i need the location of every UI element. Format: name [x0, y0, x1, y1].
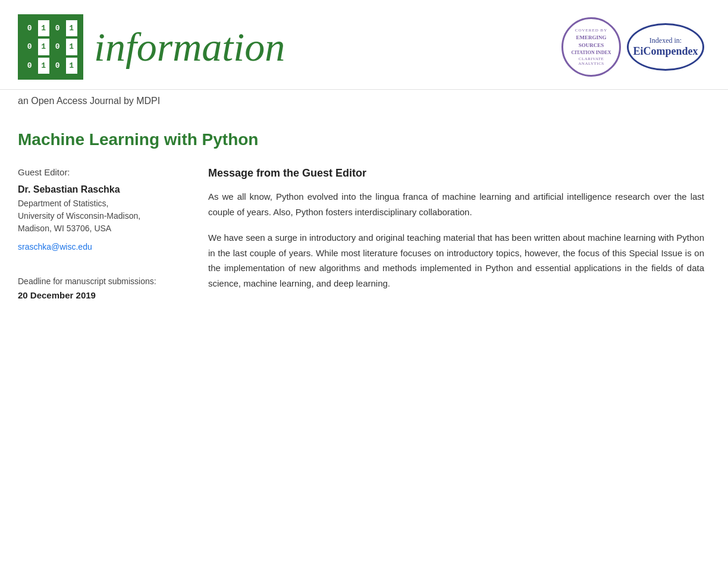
- page-header: 0 1 0 1 0 1 0 1 0 1 0 1 information COVE…: [0, 0, 728, 90]
- message-paragraph-2: We have seen a surge in introductory and…: [208, 230, 704, 291]
- badges-area: COVERED BY EMERGING SOURCES CITATION IND…: [561, 17, 704, 77]
- logo-bit: 0: [52, 20, 64, 36]
- deadline-date: 20 December 2019: [18, 290, 190, 300]
- emerging-sources-badge: COVERED BY EMERGING SOURCES CITATION IND…: [561, 17, 621, 77]
- editor-name: Dr. Sebastian Raschka: [18, 184, 190, 195]
- two-column-layout: Guest Editor: Dr. Sebastian Raschka Depa…: [18, 167, 704, 301]
- journal-name: information: [94, 27, 285, 67]
- sources-text: SOURCES: [579, 42, 604, 49]
- logo-bit: 0: [52, 39, 64, 55]
- article-title: Machine Learning with Python: [18, 130, 704, 149]
- ei-name-text: EiCompendex: [633, 45, 698, 58]
- logo-grid: 0 1 0 1 0 1 0 1 0 1 0 1: [18, 14, 83, 80]
- deadline-label: Deadline for manuscript submissions:: [18, 275, 190, 288]
- message-paragraph-1: As we all know, Python evolved into the …: [208, 189, 704, 219]
- emerging-text: EMERGING: [576, 34, 606, 41]
- affiliation-line3: Madison, WI 53706, USA: [18, 224, 111, 233]
- logo-bit: 1: [66, 58, 78, 74]
- indexed-in-text: Indexed in:: [649, 36, 682, 46]
- logo-bit: 0: [24, 20, 36, 36]
- clarivate-text: CLARIVATE ANALYTICS: [568, 56, 614, 66]
- editor-affiliation: Department of Statistics, University of …: [18, 197, 190, 235]
- covered-by-text: COVERED BY: [575, 28, 608, 33]
- logo-bit: 1: [66, 39, 78, 55]
- right-column: Message from the Guest Editor As we all …: [208, 167, 704, 301]
- ei-compendex-badge: Indexed in: EiCompendex: [627, 23, 704, 71]
- main-content: Machine Learning with Python Guest Edito…: [0, 106, 728, 325]
- logo-bit: 0: [24, 39, 36, 55]
- citation-text: CITATION INDEX: [571, 50, 611, 56]
- logo-bit: 0: [52, 58, 64, 74]
- logo-bit: 1: [38, 39, 50, 55]
- affiliation-line2: University of Wisconsin-Madison,: [18, 211, 140, 221]
- journal-subtitle: an Open Access Journal by MDPI: [0, 90, 728, 106]
- editor-email[interactable]: sraschka@wisc.edu: [18, 242, 190, 251]
- left-column: Guest Editor: Dr. Sebastian Raschka Depa…: [18, 167, 208, 301]
- logo-bit: 1: [38, 20, 50, 36]
- logo-bit: 1: [38, 58, 50, 74]
- logo-bit: 0: [24, 58, 36, 74]
- logo-bit: 1: [66, 20, 78, 36]
- message-title: Message from the Guest Editor: [208, 167, 704, 180]
- logo-area: 0 1 0 1 0 1 0 1 0 1 0 1 information: [18, 14, 285, 80]
- affiliation-line1: Department of Statistics,: [18, 199, 109, 208]
- guest-editor-label: Guest Editor:: [18, 167, 190, 177]
